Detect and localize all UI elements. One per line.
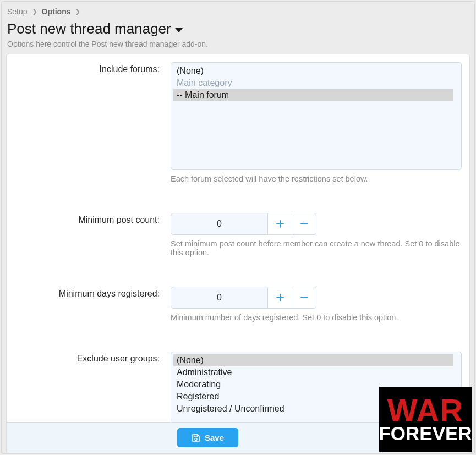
logo-line1: WAR — [387, 396, 463, 425]
caret-down-icon — [174, 20, 183, 37]
label-min-days: Minimum days registered: — [7, 279, 165, 304]
list-item[interactable]: (None) — [173, 354, 459, 366]
logo-watermark: WAR FOREVER — [379, 387, 472, 452]
breadcrumb: Setup ❯ Options ❯ — [2, 2, 474, 18]
help-min-posts: Set minimum post count before member can… — [171, 239, 462, 257]
breadcrumb-current[interactable]: Options — [42, 7, 71, 16]
save-button[interactable]: Save — [177, 428, 238, 447]
svg-point-1 — [195, 438, 197, 440]
label-include-forums: Include forums: — [7, 54, 165, 80]
scrollbar-track[interactable] — [453, 64, 460, 168]
minus-icon — [300, 220, 309, 228]
save-button-label: Save — [205, 433, 224, 442]
min-days-input[interactable] — [171, 287, 268, 309]
increment-button[interactable] — [268, 287, 292, 309]
logo-line2: FOREVER — [379, 425, 472, 442]
include-forums-select[interactable]: (None) Main category -- Main forum — [171, 62, 462, 170]
list-item[interactable]: (None) — [173, 65, 459, 77]
increment-button[interactable] — [268, 213, 292, 235]
plus-icon — [276, 220, 284, 228]
list-item[interactable]: Main category — [173, 77, 459, 89]
decrement-button[interactable] — [292, 213, 316, 235]
chevron-right-icon: ❯ — [75, 8, 80, 15]
label-min-posts: Minimum post count: — [7, 205, 165, 231]
save-icon — [192, 434, 200, 442]
page-title-text: Post new thread manager — [7, 20, 171, 37]
help-min-days: Minimum number of days registered. Set 0… — [171, 313, 462, 322]
list-item[interactable]: -- Main forum — [173, 89, 459, 101]
min-posts-stepper — [171, 213, 462, 235]
plus-icon — [276, 293, 284, 302]
page-subtitle: Options here control the Post new thread… — [2, 39, 474, 54]
breadcrumb-root[interactable]: Setup — [7, 7, 28, 16]
svg-rect-0 — [194, 435, 198, 437]
min-days-stepper — [171, 287, 462, 309]
help-include-forums: Each forum selected will have the restri… — [171, 174, 462, 183]
min-posts-input[interactable] — [171, 213, 268, 235]
list-item[interactable]: Administrative — [173, 366, 459, 379]
label-exclude-groups: Exclude user groups: — [7, 344, 165, 369]
decrement-button[interactable] — [292, 287, 316, 309]
chevron-right-icon: ❯ — [32, 8, 37, 15]
page-title[interactable]: Post new thread manager — [7, 20, 469, 37]
minus-icon — [300, 293, 309, 302]
